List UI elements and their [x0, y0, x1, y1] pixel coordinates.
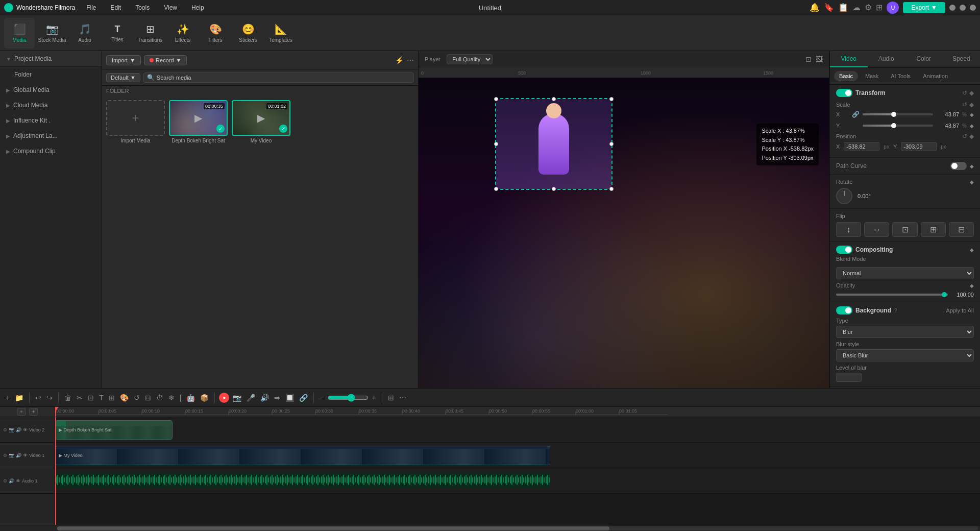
history-icon[interactable]: 📋 [838, 3, 848, 12]
v1-settings-icon[interactable]: ⚙ [3, 453, 7, 458]
notification-icon[interactable]: 🔔 [810, 3, 820, 12]
media-item-depth[interactable]: ▶ 00:00:35 ✓ Depth Bokeh Bright Sat [169, 100, 228, 143]
a1-settings-icon[interactable]: ⚙ [3, 478, 7, 484]
maximize-button[interactable] [960, 5, 966, 11]
a1-eye-icon[interactable]: 👁 [16, 478, 20, 484]
sidebar-item-compound-clip[interactable]: ▶ Compound Clip [0, 143, 102, 159]
search-input[interactable] [157, 75, 410, 81]
user-avatar[interactable]: U [887, 2, 899, 14]
opacity-slider[interactable] [836, 294, 948, 296]
menu-tools[interactable]: Tools [132, 3, 153, 12]
search-box[interactable]: 🔍 [143, 73, 414, 83]
tool-stock[interactable]: 📷 Stock Media [37, 18, 67, 49]
tl-rotate-tl-button[interactable]: ↺ [132, 392, 141, 403]
scale-keyframe-icon[interactable]: ◆ [969, 101, 974, 108]
aspect-ratio-icon[interactable]: ⊡ [805, 55, 812, 63]
opacity-keyframe[interactable]: ◆ [970, 283, 974, 288]
position-y-input[interactable] [901, 142, 937, 151]
handle-tr[interactable] [609, 97, 614, 101]
tab-audio[interactable]: Audio [868, 51, 905, 67]
tl-speed-button[interactable]: ⏱ [155, 392, 165, 403]
filter-icon[interactable]: ⚡ [395, 56, 404, 64]
tab-color[interactable]: Color [905, 51, 943, 67]
clip-my-video[interactable]: ▶ My Video [55, 446, 550, 465]
tl-text-button[interactable]: T [97, 392, 105, 403]
tl-freeze-button[interactable]: ❄ [167, 392, 176, 403]
settings-icon[interactable]: ⚙ [865, 3, 872, 12]
tl-color-button[interactable]: 🎨 [118, 392, 130, 403]
path-curve-toggle[interactable] [950, 162, 967, 170]
add-video-track-button[interactable]: + [17, 408, 26, 416]
compositing-keyframe[interactable]: ◆ [970, 247, 974, 253]
sidebar-item-project-media[interactable]: ▼ Project Media [0, 51, 102, 67]
handle-bl[interactable] [494, 187, 498, 191]
v2-settings-icon[interactable]: ⚙ [3, 427, 7, 432]
tl-mirror-button[interactable]: ⊟ [143, 392, 153, 403]
tl-zoom-slider[interactable] [328, 394, 369, 402]
tab-video[interactable]: Video [830, 51, 868, 67]
tl-link-button[interactable]: 🔗 [298, 392, 309, 403]
depth-thumb[interactable]: ▶ 00:00:35 ✓ [169, 100, 228, 136]
handle-mr[interactable] [609, 142, 614, 146]
tl-snapping-button[interactable]: 🔲 [284, 392, 296, 403]
tl-add-folder-button[interactable]: 📁 [13, 392, 25, 403]
scale-reset-icon[interactable]: ↺ [962, 101, 967, 108]
more-options-icon[interactable]: ⋯ [407, 56, 414, 64]
scrollbar-bg[interactable] [57, 526, 978, 530]
blur-level-input[interactable] [836, 373, 862, 382]
grid-icon[interactable]: ⊞ [876, 3, 883, 12]
tl-minus-button[interactable]: − [318, 392, 325, 403]
sidebar-item-global-media[interactable]: ▶ Global Media [0, 82, 102, 98]
close-button[interactable] [970, 5, 976, 11]
flip-reset-button[interactable]: ⊟ [949, 222, 974, 237]
scale-y-slider[interactable] [863, 125, 933, 127]
record-button[interactable]: Record ▼ [144, 55, 187, 65]
subtab-animation[interactable]: Animation [918, 71, 953, 81]
rotate-dial[interactable] [836, 188, 852, 204]
tl-group-button[interactable]: 📦 [199, 392, 210, 403]
position-reset-icon[interactable]: ↺ [962, 133, 967, 140]
background-toggle[interactable] [836, 306, 852, 315]
clip-depth-bokeh[interactable]: ▶ Depth Bokeh Bright Sat [55, 420, 173, 440]
path-curve-keyframe[interactable]: ◆ [970, 163, 974, 169]
position-keyframe-icon[interactable]: ◆ [969, 133, 974, 140]
sidebar-item-folder[interactable]: Folder [0, 67, 102, 82]
clip-audio-waveform[interactable] [55, 472, 550, 488]
tool-titles[interactable]: T Titles [102, 18, 133, 49]
tool-filters[interactable]: 🎨 Filters [200, 18, 231, 49]
position-x-input[interactable] [844, 142, 879, 151]
flip-horizontal-button[interactable]: ↔ [864, 222, 889, 237]
scale-y-keyframe[interactable]: ◆ [970, 123, 974, 129]
flip-rotate-ccw-button[interactable]: ⊞ [921, 222, 946, 237]
timeline-scrollbar[interactable] [0, 525, 980, 531]
handle-tl[interactable] [494, 97, 498, 101]
tool-audio[interactable]: 🎵 Audio [69, 18, 100, 49]
type-select[interactable]: Blur [836, 326, 974, 338]
import-media-thumb[interactable]: + [106, 100, 165, 136]
tool-templates[interactable]: 📐 Templates [265, 18, 296, 49]
tl-plus-button[interactable]: + [371, 392, 378, 403]
tl-copy-button[interactable]: ⊡ [86, 392, 95, 403]
background-help-icon[interactable]: ? [894, 308, 897, 313]
import-button[interactable]: Import ▼ [106, 55, 141, 65]
handle-bm[interactable] [552, 187, 556, 191]
v2-eye-icon[interactable]: 👁 [23, 427, 28, 432]
rotate-keyframe[interactable]: ◆ [970, 179, 974, 185]
blend-mode-select[interactable]: Normal [836, 267, 974, 279]
scrollbar-thumb[interactable] [57, 526, 609, 530]
menu-help[interactable]: Help [188, 3, 207, 12]
minimize-button[interactable] [949, 5, 955, 11]
tl-split-button[interactable]: | [178, 392, 183, 403]
tool-stickers[interactable]: 😊 Stickers [233, 18, 263, 49]
v1-eye-icon[interactable]: 👁 [23, 453, 28, 458]
bookmark-icon[interactable]: 🔖 [824, 3, 834, 12]
myvideo-thumb[interactable]: ▶ 00:01:02 ✓ [232, 100, 290, 136]
blur-style-select[interactable]: Basic Blur [836, 349, 974, 361]
menu-file[interactable]: File [83, 3, 99, 12]
tl-settings-tl-button[interactable]: ⋯ [398, 392, 408, 403]
handle-ml[interactable] [494, 142, 498, 146]
subtab-mask[interactable]: Mask [860, 71, 884, 81]
tab-speed[interactable]: Speed [943, 51, 981, 67]
transform-toggle[interactable] [836, 89, 852, 97]
tool-media[interactable]: ⬛ Media [4, 18, 35, 49]
